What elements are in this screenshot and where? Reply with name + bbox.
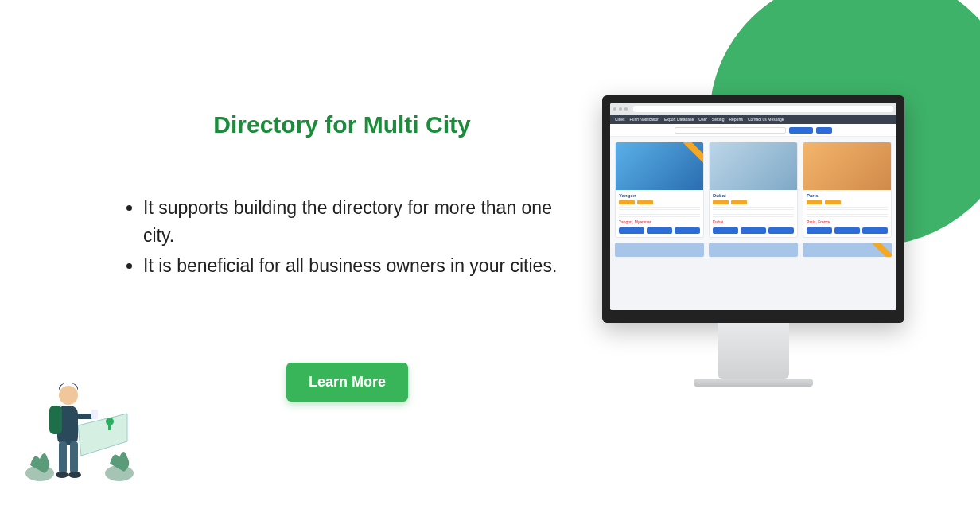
page-heading: Directory for Multi City: [119, 111, 565, 138]
svg-rect-4: [108, 424, 111, 430]
city-card: Yangon Yangon, Myanmar: [615, 142, 704, 238]
svg-rect-9: [91, 410, 98, 419]
reset-button-mini: [816, 127, 832, 134]
app-nav: Cities Push Notification Export Database…: [610, 115, 896, 124]
feature-item: It supports building the directory for m…: [143, 194, 565, 249]
city-card: Paris Paris, France: [803, 142, 892, 238]
product-screenshot-monitor: Cities Push Notification Export Database…: [602, 95, 904, 387]
svg-rect-8: [76, 414, 94, 419]
search-row: [610, 124, 896, 137]
feature-list: It supports building the directory for m…: [119, 194, 565, 280]
svg-point-7: [59, 386, 78, 405]
svg-marker-2: [78, 414, 127, 456]
search-button-mini: [789, 127, 813, 134]
browser-chrome: [610, 103, 896, 115]
svg-rect-11: [70, 441, 78, 473]
learn-more-button[interactable]: Learn More: [286, 363, 408, 402]
svg-point-12: [56, 472, 68, 478]
svg-rect-10: [59, 441, 67, 473]
city-card: Dubai Dubai: [709, 142, 798, 238]
svg-rect-6: [49, 406, 62, 434]
svg-point-13: [68, 472, 81, 478]
feature-item: It is beneficial for all business owners…: [143, 252, 565, 280]
